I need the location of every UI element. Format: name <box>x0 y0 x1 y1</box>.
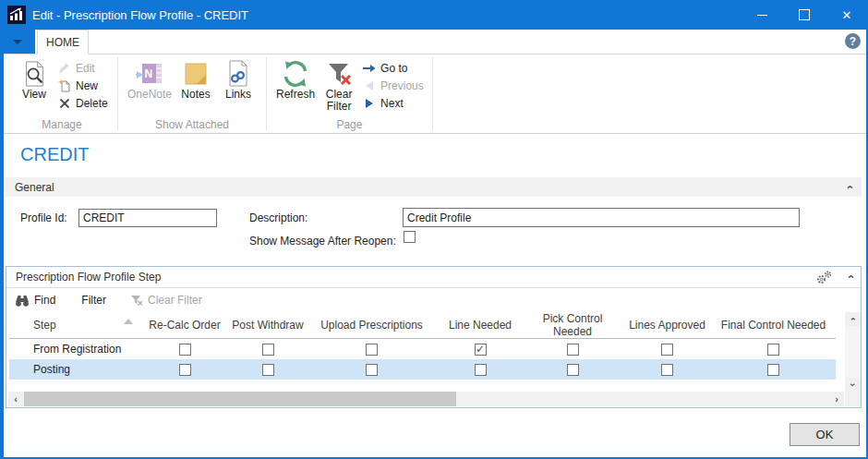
v-scroll-up-button[interactable]: › <box>845 312 861 326</box>
row-checkbox[interactable] <box>475 344 487 356</box>
row-checkbox[interactable] <box>567 364 579 376</box>
cell <box>231 359 305 380</box>
steps-table: Step Re-Calc Order Post Withdraw Upload … <box>9 312 836 380</box>
row-checkbox[interactable] <box>262 344 274 356</box>
v-scrollbar[interactable]: › › <box>845 312 861 392</box>
chevron-up-icon[interactable]: › <box>843 274 855 278</box>
onenote-button[interactable]: N OneNote <box>125 56 175 103</box>
column-header[interactable]: Pick Control Needed <box>522 312 623 339</box>
steps-section-label: Prescription Flow Profile Step <box>16 271 161 284</box>
step-cell[interactable]: From Registration <box>9 339 139 360</box>
step-cell[interactable]: Posting <box>9 359 139 380</box>
row-checkbox[interactable] <box>262 364 274 376</box>
find-label: Find <box>34 294 55 307</box>
refresh-label: Refresh <box>276 89 315 101</box>
row-checkbox[interactable] <box>475 364 487 376</box>
cell <box>522 339 623 360</box>
group-separator <box>432 57 433 130</box>
manage-small-buttons: Edit New <box>55 56 111 111</box>
maximize-button[interactable] <box>783 0 826 30</box>
goto-label: Go to <box>380 62 407 75</box>
steps-section-header[interactable]: Prescription Flow Profile Step › <box>6 267 861 288</box>
row-checkbox[interactable] <box>366 364 378 376</box>
h-scroll-thumb[interactable] <box>24 392 456 406</box>
next-button[interactable]: Next <box>360 95 426 111</box>
delete-button[interactable]: Delete <box>55 95 111 111</box>
view-button[interactable]: View <box>13 56 55 103</box>
profile-id-input[interactable] <box>78 209 217 227</box>
new-page-icon <box>57 79 71 92</box>
notes-button[interactable]: Notes <box>175 56 217 103</box>
close-button[interactable]: ✕ <box>826 0 868 30</box>
edit-label: Edit <box>76 62 95 75</box>
column-header[interactable]: Line Needed <box>439 312 522 339</box>
ribbon-group-page: Refresh Clear Filter <box>268 54 431 133</box>
links-button[interactable]: Links <box>217 56 259 103</box>
group-separator <box>266 57 267 130</box>
previous-triangle-icon <box>362 79 376 92</box>
edit-button[interactable]: Edit <box>55 60 111 76</box>
pencil-icon <box>57 62 71 75</box>
row-checkbox[interactable] <box>366 344 378 356</box>
clear-filter-grid-button[interactable]: Clear Filter <box>130 294 202 307</box>
h-scroll-left-button[interactable]: ‹ <box>8 392 23 406</box>
binoculars-icon <box>15 295 30 307</box>
previous-button[interactable]: Previous <box>360 78 426 93</box>
onenote-label: OneNote <box>127 89 172 101</box>
ribbon-group-show-attached: N OneNote Notes <box>119 54 265 133</box>
general-section-header[interactable]: General › <box>6 177 862 197</box>
h-scrollbar[interactable]: ‹ › <box>8 392 844 406</box>
column-header[interactable]: Post Withdraw <box>231 312 305 339</box>
ribbon: View Edit <box>4 54 866 134</box>
column-header[interactable]: Lines Approved <box>623 312 711 339</box>
cell <box>711 339 836 360</box>
column-header[interactable]: Final Control Needed <box>711 312 836 339</box>
refresh-button[interactable]: Refresh <box>273 56 318 103</box>
links-label: Links <box>225 89 251 101</box>
column-header[interactable]: Upload Prescriptions <box>305 312 439 339</box>
row-checkbox[interactable] <box>179 364 191 376</box>
sort-ascending-icon <box>124 319 133 324</box>
scroll-corner <box>845 392 861 406</box>
row-checkbox[interactable] <box>767 344 779 356</box>
new-button[interactable]: New <box>55 78 111 93</box>
v-scroll-down-button[interactable]: › <box>845 378 861 392</box>
cell <box>522 359 623 380</box>
cell <box>623 339 711 360</box>
row-checkbox[interactable] <box>661 364 673 376</box>
row-checkbox[interactable] <box>661 344 673 356</box>
cell <box>439 359 522 380</box>
header-row: Step Re-Calc Order Post Withdraw Upload … <box>9 312 836 339</box>
minimize-button[interactable] <box>741 0 783 30</box>
application-window: Edit - Prescription Flow Profile - CREDI… <box>0 0 868 459</box>
row-checkbox[interactable] <box>767 364 779 376</box>
table-row[interactable]: From Registration <box>9 339 836 360</box>
find-button[interactable]: Find <box>15 294 55 307</box>
tab-home[interactable]: HOME <box>37 30 89 54</box>
show-message-checkbox[interactable] <box>404 231 416 243</box>
description-input[interactable] <box>403 208 800 227</box>
goto-button[interactable]: Go to <box>360 60 426 76</box>
column-header[interactable]: Re-Calc Order <box>139 312 231 339</box>
table-row[interactable]: Posting <box>9 359 836 380</box>
help-button[interactable]: ? <box>845 33 861 49</box>
cell <box>305 339 439 360</box>
cell <box>139 339 231 360</box>
h-scroll-right-button[interactable]: › <box>829 392 844 406</box>
ok-button[interactable]: OK <box>790 423 860 446</box>
show-message-label: Show Message After Reopen: <box>249 235 396 248</box>
title-bar: Edit - Prescription Flow Profile - CREDI… <box>0 0 868 30</box>
close-icon: ✕ <box>842 9 852 21</box>
row-checkbox[interactable] <box>567 344 579 356</box>
window-title: Edit - Prescription Flow Profile - CREDI… <box>32 8 248 22</box>
row-checkbox[interactable] <box>179 344 191 356</box>
filter-button[interactable]: Filter <box>81 294 106 307</box>
chevron-up-icon[interactable]: › <box>842 185 854 188</box>
column-header-step[interactable]: Step <box>9 312 139 339</box>
clear-filter-funnel-icon <box>326 58 352 89</box>
clear-filter-grid-label: Clear Filter <box>148 294 202 307</box>
app-menu-button[interactable] <box>0 30 35 54</box>
clear-filter-button[interactable]: Clear Filter <box>318 56 360 115</box>
new-label: New <box>76 79 98 92</box>
settings-button[interactable] <box>816 271 833 287</box>
